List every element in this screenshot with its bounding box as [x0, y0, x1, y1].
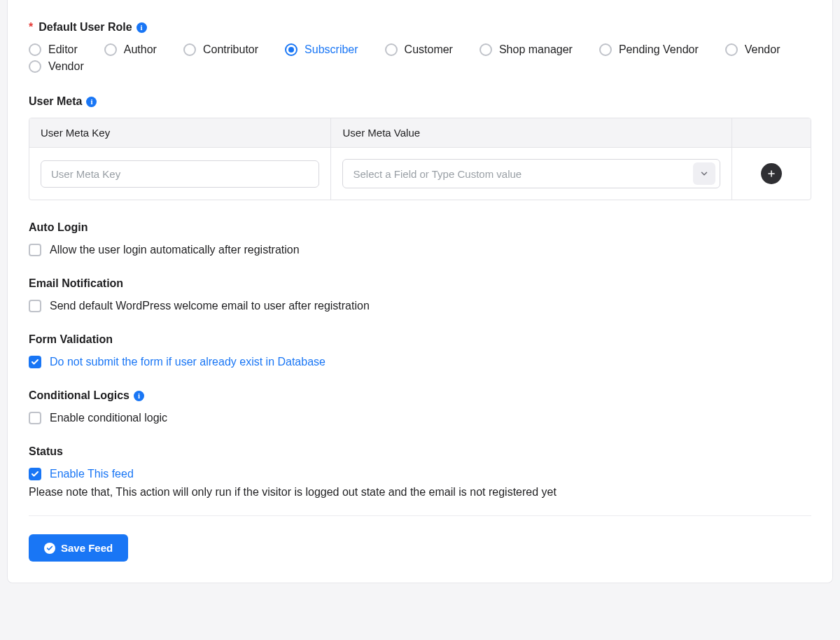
user-meta-value-header: User Meta Value	[331, 118, 732, 148]
required-indicator: *	[29, 21, 33, 34]
user-meta-value-select[interactable]: Select a Field or Type Custom value	[342, 159, 720, 188]
form-validation-section: Form Validation Do not submit the form i…	[29, 333, 811, 368]
user-meta-action-header	[732, 118, 811, 148]
radio-icon	[29, 60, 41, 73]
settings-form-card: * Default User Role i EditorAuthorContri…	[7, 0, 833, 583]
status-checkbox-row: Enable This feed	[29, 468, 811, 480]
user-meta-key-header: User Meta Key	[29, 118, 331, 148]
check-circle-icon	[44, 543, 55, 554]
auto-login-checkbox-label[interactable]: Allow the user login automatically after…	[50, 244, 300, 256]
role-radio-label: Subscriber	[304, 43, 358, 56]
email-notification-checkbox-row: Send default WordPress welcome email to …	[29, 300, 811, 312]
default-user-role-label: * Default User Role i	[29, 21, 811, 34]
status-section: Status Enable This feed Please note that…	[29, 445, 811, 499]
status-checkbox-label[interactable]: Enable This feed	[50, 468, 134, 480]
user-meta-key-input[interactable]	[41, 160, 319, 188]
radio-icon	[725, 43, 738, 56]
role-radio-vendor[interactable]: Vendor	[725, 43, 780, 56]
auto-login-label: Auto Login	[29, 221, 811, 234]
role-radio-pending_vendor[interactable]: Pending Vendor	[599, 43, 699, 56]
role-radio-author[interactable]: Author	[104, 43, 157, 56]
email-notification-section: Email Notification Send default WordPres…	[29, 277, 811, 312]
default-user-role-section: * Default User Role i EditorAuthorContri…	[29, 21, 811, 73]
radio-icon	[479, 43, 492, 56]
status-text: Status	[29, 445, 63, 458]
role-radio-group: EditorAuthorContributorSubscriberCustome…	[29, 43, 811, 73]
chevron-down-icon[interactable]	[693, 162, 715, 185]
conditional-logics-section: Conditional Logics i Enable conditional …	[29, 389, 811, 424]
save-feed-label: Save Feed	[61, 542, 113, 554]
role-radio-shop_manager[interactable]: Shop manager	[479, 43, 573, 56]
role-radio-label: Vendor	[48, 60, 84, 73]
auto-login-text: Auto Login	[29, 221, 88, 234]
role-radio-label: Author	[124, 43, 157, 56]
email-notification-label: Email Notification	[29, 277, 811, 290]
user-meta-row: Select a Field or Type Custom value	[29, 148, 811, 200]
role-radio-subscriber[interactable]: Subscriber	[285, 43, 358, 56]
role-radio-editor[interactable]: Editor	[29, 43, 78, 56]
email-notification-checkbox-label[interactable]: Send default WordPress welcome email to …	[50, 300, 370, 312]
role-radio-label: Pending Vendor	[619, 43, 699, 56]
divider	[29, 515, 811, 516]
role-radio-vendor2[interactable]: Vendor	[29, 60, 84, 73]
add-meta-row-button[interactable]	[761, 163, 782, 184]
role-radio-label: Vendor	[745, 43, 780, 56]
conditional-logics-label: Conditional Logics i	[29, 389, 811, 402]
form-validation-text: Form Validation	[29, 333, 113, 346]
role-radio-label: Shop manager	[499, 43, 573, 56]
save-feed-button[interactable]: Save Feed	[29, 534, 128, 562]
user-meta-section: User Meta i User Meta Key User Meta Valu…	[29, 95, 811, 200]
role-radio-label: Contributor	[203, 43, 258, 56]
conditional-logics-checkbox-label[interactable]: Enable conditional logic	[50, 412, 167, 424]
user-meta-label: User Meta i	[29, 95, 811, 108]
email-notification-text: Email Notification	[29, 277, 123, 290]
conditional-logics-text: Conditional Logics	[29, 389, 130, 402]
role-radio-customer[interactable]: Customer	[385, 43, 453, 56]
radio-icon	[285, 43, 298, 56]
role-radio-label: Customer	[405, 43, 453, 56]
conditional-logics-checkbox[interactable]	[29, 412, 41, 424]
role-radio-label: Editor	[48, 43, 78, 56]
form-validation-label: Form Validation	[29, 333, 811, 346]
status-label: Status	[29, 445, 811, 458]
form-validation-checkbox-label[interactable]: Do not submit the form if user already e…	[50, 356, 326, 368]
radio-icon	[29, 43, 41, 56]
radio-icon	[599, 43, 612, 56]
info-icon[interactable]: i	[86, 97, 97, 107]
email-notification-checkbox[interactable]	[29, 300, 41, 312]
default-user-role-text: Default User Role	[38, 21, 132, 34]
user-meta-table: User Meta Key User Meta Value Select a F…	[29, 118, 811, 200]
conditional-logics-checkbox-row: Enable conditional logic	[29, 412, 811, 424]
radio-icon	[385, 43, 398, 56]
form-validation-checkbox[interactable]	[29, 356, 41, 368]
auto-login-section: Auto Login Allow the user login automati…	[29, 221, 811, 256]
auto-login-checkbox-row: Allow the user login automatically after…	[29, 244, 811, 256]
role-radio-contributor[interactable]: Contributor	[183, 43, 258, 56]
status-checkbox[interactable]	[29, 468, 41, 480]
info-icon[interactable]: i	[136, 22, 147, 33]
status-note: Please note that, This action will only …	[29, 486, 811, 499]
info-icon[interactable]: i	[134, 391, 144, 401]
form-validation-checkbox-row: Do not submit the form if user already e…	[29, 356, 811, 368]
radio-icon	[104, 43, 117, 56]
radio-icon	[183, 43, 196, 56]
user-meta-value-placeholder: Select a Field or Type Custom value	[353, 164, 687, 184]
user-meta-text: User Meta	[29, 95, 82, 108]
auto-login-checkbox[interactable]	[29, 244, 41, 256]
